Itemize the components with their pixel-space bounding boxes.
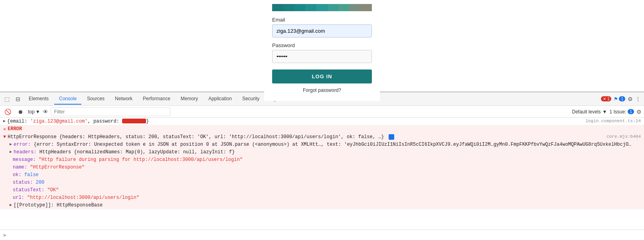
console-line-headers-prop: ▶ headers: HttpHeaders {normalizedNames:… xyxy=(0,149,644,156)
console-input[interactable] xyxy=(8,232,641,238)
issues-count: 1 xyxy=(628,109,634,114)
line-number-1: login.component.ts:24 xyxy=(581,119,641,123)
devtools-right-toolbar: ✕ 1 ⚑ 1 ⚙ ⋮ xyxy=(601,96,642,102)
statustext-content: statusText: "OK" xyxy=(13,187,641,193)
color-bar xyxy=(272,4,372,11)
tab-application[interactable]: Application xyxy=(203,93,237,105)
password-group: Password xyxy=(272,42,372,63)
console-line-url: url: "http://localhost:3000/api/users/lo… xyxy=(0,194,644,202)
clear-console-icon[interactable]: 🚫 xyxy=(2,107,13,117)
email-group: Email xyxy=(272,17,372,38)
top-context-selector[interactable]: top ▼ xyxy=(28,109,40,115)
ok-content: ok: false xyxy=(13,172,641,178)
console-prompt-symbol: > xyxy=(3,232,6,238)
status-content: status: 200 xyxy=(13,180,641,185)
headers-prop-content: headers: HttpHeaders {normalizedNames: M… xyxy=(14,149,641,155)
name-content: name: "HttpErrorResponse" xyxy=(13,165,641,170)
tab-performance[interactable]: Performance xyxy=(138,93,175,105)
eye-icon[interactable]: 👁 xyxy=(43,109,48,115)
tab-security[interactable]: Security xyxy=(237,93,264,105)
console-line-message: message: "Http failure during parsing fo… xyxy=(0,156,644,164)
error-prop-content: error: {error: SyntaxError: Unexpected t… xyxy=(14,142,641,147)
console-toolbar: 🚫 ⏺ top ▼ 👁 Default levels ▼ 1 Issue: 1 … xyxy=(0,106,644,118)
expand-error-prop[interactable]: ▶ xyxy=(10,142,12,147)
stop-recording-icon[interactable]: ⏺ xyxy=(15,107,26,117)
console-line-error-label: ✕ ERROR xyxy=(0,125,644,133)
top-label: top xyxy=(28,109,35,115)
tab-elements[interactable]: Elements xyxy=(24,93,53,105)
tab-console[interactable]: Console xyxy=(54,93,81,105)
device-toolbar-icon[interactable]: ⊟ xyxy=(13,94,23,104)
error-label-text: ERROR xyxy=(8,126,641,132)
login-form: Email Password LOG IN Forgot password? xyxy=(264,0,380,101)
error-badge: ✕ 1 xyxy=(601,96,611,101)
inspect-element-icon[interactable]: ⬚ xyxy=(2,94,12,104)
redacted-password xyxy=(122,119,146,123)
copy-icon[interactable] xyxy=(389,134,394,140)
console-filter-input[interactable] xyxy=(51,107,170,116)
top-dropdown-arrow[interactable]: ▼ xyxy=(36,109,40,115)
login-button[interactable]: LOG IN xyxy=(272,69,372,83)
password-input[interactable] xyxy=(272,50,372,63)
default-levels-selector[interactable]: Default levels ▼ xyxy=(572,109,607,115)
tab-sources[interactable]: Sources xyxy=(82,93,109,105)
console-line-name: name: "HttpErrorResponse" xyxy=(0,164,644,171)
password-label: Password xyxy=(272,42,372,48)
issues-label: 1 Issue: xyxy=(609,109,626,115)
tab-memory[interactable]: Memory xyxy=(176,93,203,105)
default-levels-label: Default levels xyxy=(572,109,601,115)
issues-count-badge: 1 xyxy=(619,96,625,101)
console-input-area: > xyxy=(0,230,644,240)
email-label: Email xyxy=(272,17,372,23)
expand-arrow-1[interactable]: ▶ xyxy=(3,119,6,123)
settings-console-icon[interactable]: ⚙ xyxy=(636,109,642,115)
expand-http-error[interactable]: ▼ xyxy=(3,134,6,140)
url-content: url: "http://localhost:3000/api/users/lo… xyxy=(13,195,641,200)
devtools-panel: ⬚ ⊟ Elements Console Sources Network Per… xyxy=(0,92,644,240)
expand-headers-prop[interactable]: ▶ xyxy=(10,149,12,154)
message-content: message: "Http failure during parsing fo… xyxy=(13,157,641,163)
console-line-statustext: statusText: "OK" xyxy=(0,186,644,194)
prototype-content: [[Prototype]]: HttpResponseBase xyxy=(14,202,641,208)
console-line-1-content: {email: 'ziga.123@gmail.com', password: … xyxy=(7,119,581,124)
expand-prototype[interactable]: ▶ xyxy=(10,202,12,207)
console-line-error-prop: ▶ error: {error: SyntaxError: Unexpected… xyxy=(0,141,644,149)
settings-icon[interactable]: ⚙ xyxy=(628,96,633,102)
console-line-object: ▶ {email: 'ziga.123@gmail.com', password… xyxy=(0,118,644,125)
line-number-2: core.mjs:6484 xyxy=(603,134,641,139)
error-x-icon: ✕ xyxy=(3,126,6,132)
console-line-status: status: 200 xyxy=(0,179,644,186)
issues-badge-group[interactable]: 1 Issue: 1 xyxy=(609,109,634,115)
console-line-ok: ok: false xyxy=(0,171,644,179)
tab-network[interactable]: Network xyxy=(110,93,137,105)
more-options-icon[interactable]: ⋮ xyxy=(635,96,641,102)
console-output: ▶ {email: 'ziga.123@gmail.com', password… xyxy=(0,118,644,230)
console-line-prototype: ▶ [[Prototype]]: HttpResponseBase xyxy=(0,202,644,209)
email-input[interactable] xyxy=(272,24,372,38)
http-error-content: HttpErrorResponse {headers: HttpHeaders,… xyxy=(8,134,603,140)
forgot-password-link[interactable]: Forgot password? xyxy=(272,87,372,93)
console-line-http-error: ▼ HttpErrorResponse {headers: HttpHeader… xyxy=(0,133,644,141)
browser-content: Email Password LOG IN Forgot password? xyxy=(0,0,644,92)
default-levels-arrow: ▼ xyxy=(603,109,607,115)
